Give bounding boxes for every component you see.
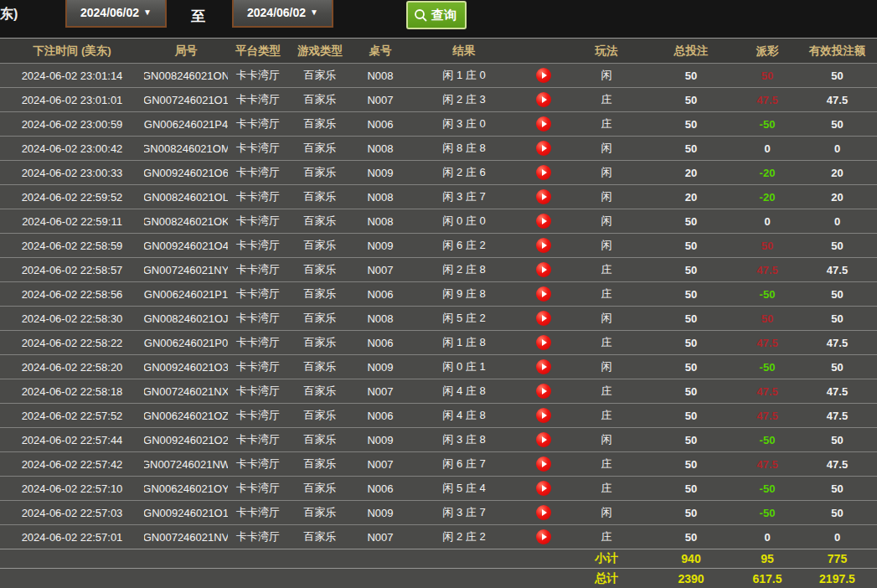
table-no-cell: N008 (352, 185, 409, 209)
total-bet-cell: 50 (645, 282, 737, 306)
total-bet-cell: 50 (645, 428, 737, 451)
query-button[interactable]: 查询 (406, 1, 467, 29)
replay-button[interactable] (536, 262, 551, 277)
result-cell: 闲 2 庄 8 (409, 258, 519, 281)
valid-bet-cell: 0 (797, 137, 877, 160)
bet-time-cell: 2024-06-02 22:57:03 (0, 501, 144, 524)
table-row: 2024-06-02 22:57:52 GN006246021OZ 卡卡湾厅 百… (0, 403, 877, 427)
payout-cell: -50 (737, 355, 797, 379)
table-row: 2024-06-02 22:59:52 GN008246021OL 卡卡湾厅 百… (0, 184, 877, 209)
platform-cell: 卡卡湾厅 (228, 477, 288, 500)
round-id-cell: GN007246021NX (144, 379, 228, 403)
round-id-cell: GN008246021OL (144, 185, 228, 209)
round-id-cell: GN009246021O1 (144, 501, 228, 524)
total-bet-cell: 20 (645, 185, 737, 209)
valid-bet-cell: 50 (797, 307, 877, 330)
replay-button[interactable] (536, 116, 551, 132)
play-icon (542, 534, 547, 540)
result-cell: 闲 6 庄 2 (409, 234, 519, 257)
replay-button[interactable] (536, 214, 551, 229)
valid-bet-cell: 47.5 (797, 331, 877, 354)
valid-bet-cell: 50 (797, 64, 877, 87)
valid-bet-cell: 50 (797, 477, 877, 500)
play-icon (542, 193, 547, 200)
bet-time-cell: 2024-06-02 22:58:30 (0, 307, 144, 330)
total-bet-cell: 20 (645, 161, 737, 184)
total-bet-cell: 50 (645, 307, 737, 330)
table-row: 2024-06-02 23:00:59 GN006246021P4 卡卡湾厅 百… (0, 111, 877, 136)
replay-button[interactable] (536, 165, 551, 180)
platform-cell: 卡卡湾厅 (228, 64, 288, 87)
replay-button[interactable] (536, 432, 551, 447)
platform-cell: 卡卡湾厅 (228, 88, 288, 111)
play-icon (542, 436, 547, 443)
toolbar: 东) 2024/06/02 ▼ 至 2024/06/02 ▼ 查询 (0, 0, 877, 38)
bet-time-cell: 2024-06-02 23:00:33 (0, 161, 144, 184)
payout-cell: 50 (737, 307, 797, 330)
replay-button[interactable] (536, 311, 551, 326)
grand-total-payout: 617.5 (737, 569, 797, 588)
table-no-cell: N006 (352, 112, 409, 136)
replay-button[interactable] (536, 335, 551, 350)
col-header-platform: 平台类型 (228, 39, 288, 63)
replay-button[interactable] (536, 141, 551, 156)
platform-cell: 卡卡湾厅 (228, 355, 288, 379)
table-no-cell: N008 (352, 64, 409, 87)
table-row: 2024-06-02 22:58:56 GN006246021P1 卡卡湾厅 百… (0, 281, 877, 306)
bet-time-cell: 2024-06-02 22:57:10 (0, 477, 144, 500)
play-icon (542, 364, 547, 370)
bet-type-cell: 庄 (568, 477, 645, 500)
replay-button[interactable] (536, 505, 551, 520)
play-icon (542, 291, 547, 297)
grand-total-total-bet: 2390 (645, 569, 737, 588)
valid-bet-cell: 50 (797, 112, 877, 136)
play-icon (542, 461, 547, 467)
table-row: 2024-06-02 23:00:42 GN008246021OM 卡卡湾厅 百… (0, 136, 877, 160)
table-row: 2024-06-02 22:58:20 GN009246021O3 卡卡湾厅 百… (0, 354, 877, 379)
col-header-round-id: 局号 (144, 39, 228, 63)
valid-bet-cell: 0 (797, 525, 877, 549)
total-bet-cell: 50 (645, 379, 737, 403)
total-bet-cell: 50 (645, 331, 737, 354)
replay-button[interactable] (536, 359, 551, 374)
payout-cell: -50 (737, 501, 797, 524)
col-header-bet-type: 玩法 (568, 39, 645, 63)
replay-button[interactable] (536, 189, 551, 204)
replay-button[interactable] (536, 238, 551, 253)
platform-cell: 卡卡湾厅 (228, 112, 288, 136)
result-cell: 闲 3 庄 8 (409, 428, 519, 451)
subtotal-payout: 95 (737, 549, 797, 568)
subtotal-row: 小计 940 95 775 (0, 549, 877, 568)
platform-cell: 卡卡湾厅 (228, 501, 288, 524)
replay-button[interactable] (536, 68, 551, 83)
table-row: 2024-06-02 23:00:33 GN009246021O6 卡卡湾厅 百… (0, 160, 877, 184)
replay-button[interactable] (536, 529, 551, 544)
replay-button[interactable] (536, 286, 551, 302)
bet-type-cell: 闲 (568, 161, 645, 184)
platform-cell: 卡卡湾厅 (228, 379, 288, 403)
date-from-dropdown[interactable]: 2024/06/02 ▼ (65, 0, 167, 28)
game-type-cell: 百家乐 (288, 428, 352, 451)
date-to-dropdown[interactable]: 2024/06/02 ▼ (232, 0, 333, 28)
payout-cell: 47.5 (737, 88, 797, 111)
search-icon (414, 8, 428, 23)
replay-button[interactable] (536, 384, 551, 399)
payout-cell: 0 (737, 209, 797, 233)
payout-cell: -50 (737, 477, 797, 500)
table-no-cell: N009 (352, 234, 409, 257)
payout-cell: -50 (737, 428, 797, 451)
valid-bet-cell: 47.5 (797, 258, 877, 281)
subtotal-label: 小计 (568, 549, 645, 568)
total-bet-cell: 50 (645, 477, 737, 500)
table-no-cell: N008 (352, 209, 409, 233)
replay-button[interactable] (536, 456, 551, 472)
replay-button[interactable] (536, 481, 551, 496)
play-icon (542, 242, 547, 249)
play-icon (542, 315, 547, 322)
total-bet-cell: 50 (645, 355, 737, 379)
table-row: 2024-06-02 22:57:03 GN009246021O1 卡卡湾厅 百… (0, 500, 877, 524)
col-header-payout: 派彩 (737, 39, 797, 63)
replay-button[interactable] (536, 408, 551, 423)
replay-button[interactable] (536, 92, 551, 107)
bet-type-cell: 闲 (568, 64, 645, 87)
